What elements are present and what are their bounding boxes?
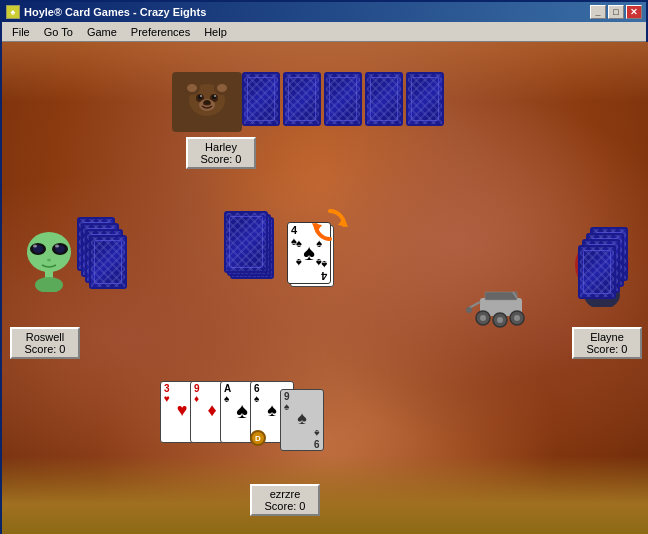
harley-card-4 — [365, 72, 403, 126]
harley-card-3 — [324, 72, 362, 126]
svg-point-11 — [214, 95, 216, 97]
roswell-name: Roswell — [18, 331, 72, 343]
menu-file[interactable]: File — [6, 24, 36, 40]
left-soil — [2, 416, 122, 534]
menu-preferences[interactable]: Preferences — [125, 24, 196, 40]
ezrzre-box: ezrzre Score: 0 — [250, 484, 320, 516]
harley-name: Harley — [194, 141, 248, 153]
app-icon: ♠ — [6, 5, 20, 19]
svg-marker-34 — [338, 217, 348, 227]
svg-point-4 — [187, 84, 197, 92]
harley-card-2 — [283, 72, 321, 126]
harley-hand — [242, 72, 444, 126]
svg-point-21 — [55, 245, 59, 248]
svg-point-22 — [47, 259, 51, 262]
menu-game[interactable]: Game — [81, 24, 123, 40]
menu-goto[interactable]: Go To — [38, 24, 79, 40]
svg-point-44 — [514, 315, 520, 321]
minimize-button[interactable]: _ — [590, 5, 606, 19]
turn-indicator — [312, 207, 348, 243]
harley-score: Score: 0 — [194, 153, 248, 165]
maximize-button[interactable]: □ — [608, 5, 624, 19]
svg-point-10 — [200, 95, 202, 97]
ezrzre-name: ezrzre — [258, 488, 312, 500]
titlebar: ♠ Hoyle® Card Games - Crazy Eights _ □ ✕ — [2, 2, 646, 22]
svg-point-24 — [35, 277, 63, 292]
menubar: File Go To Game Preferences Help — [2, 22, 646, 42]
window-frame: ♠ Hoyle® Card Games - Crazy Eights _ □ ✕… — [0, 0, 648, 534]
ezrzre-score: Score: 0 — [258, 500, 312, 512]
harley-card-1 — [242, 72, 280, 126]
harley-avatar — [172, 72, 242, 132]
hand-card-5[interactable]: 9♠ 9♠ ♠ — [280, 389, 324, 451]
svg-point-40 — [480, 315, 486, 321]
window-title: Hoyle® Card Games - Crazy Eights — [24, 6, 206, 18]
roswell-score: Score: 0 — [18, 343, 72, 355]
game-area: Harley Score: 0 — [2, 42, 648, 534]
menu-help[interactable]: Help — [198, 24, 233, 40]
close-button[interactable]: ✕ — [626, 5, 642, 19]
harley-box: Harley Score: 0 — [186, 137, 256, 169]
titlebar-buttons: _ □ ✕ — [590, 5, 642, 19]
elayne-box: Elayne Score: 0 — [572, 327, 642, 359]
svg-point-5 — [217, 84, 227, 92]
rover — [465, 290, 535, 332]
svg-point-20 — [33, 245, 37, 248]
svg-rect-37 — [485, 292, 517, 300]
roswell-box: Roswell Score: 0 — [10, 327, 80, 359]
elayne-card-4 — [578, 245, 616, 299]
svg-marker-35 — [312, 223, 322, 233]
titlebar-left: ♠ Hoyle® Card Games - Crazy Eights — [6, 5, 206, 19]
elayne-score: Score: 0 — [580, 343, 634, 355]
roswell-avatar — [24, 227, 74, 292]
svg-line-45 — [469, 302, 480, 308]
svg-point-46 — [466, 307, 472, 313]
svg-point-42 — [497, 317, 503, 323]
svg-point-14 — [204, 100, 210, 104]
roswell-card-4 — [89, 235, 127, 289]
elayne-name: Elayne — [580, 331, 634, 343]
harley-card-5 — [406, 72, 444, 126]
dealer-button: D — [250, 430, 266, 446]
